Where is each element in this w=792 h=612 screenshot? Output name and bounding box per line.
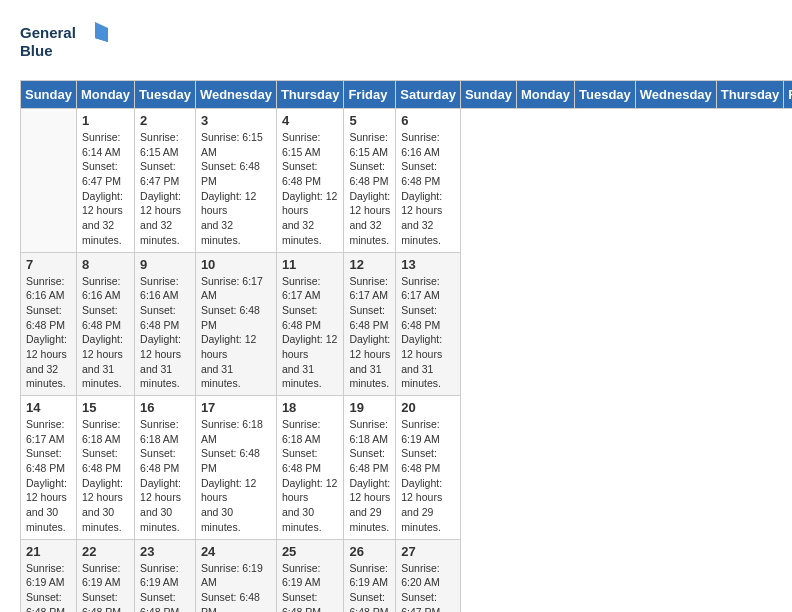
day-number: 12 [349,257,390,272]
day-info: Sunrise: 6:19 AMSunset: 6:48 PMDaylight:… [26,561,71,613]
day-number: 3 [201,113,271,128]
day-number: 21 [26,544,71,559]
calendar-day-11: 11Sunrise: 6:17 AMSunset: 6:48 PMDayligh… [276,252,344,396]
day-number: 20 [401,400,455,415]
calendar-day-24: 24Sunrise: 6:19 AMSunset: 6:48 PMDayligh… [195,539,276,612]
weekday-header: Thursday [716,81,784,109]
day-info: Sunrise: 6:19 AMSunset: 6:48 PMDaylight:… [401,417,455,535]
day-info: Sunrise: 6:18 AMSunset: 6:48 PMDaylight:… [282,417,339,535]
svg-marker-3 [95,22,108,42]
day-number: 6 [401,113,455,128]
day-number: 15 [82,400,129,415]
weekday-header-saturday: Saturday [396,81,461,109]
calendar-day-15: 15Sunrise: 6:18 AMSunset: 6:48 PMDayligh… [76,396,134,540]
day-info: Sunrise: 6:19 AMSunset: 6:48 PMDaylight:… [349,561,390,613]
day-number: 16 [140,400,190,415]
weekday-header-tuesday: Tuesday [135,81,196,109]
day-info: Sunrise: 6:16 AMSunset: 6:48 PMDaylight:… [140,274,190,392]
calendar-day-1: 1Sunrise: 6:14 AMSunset: 6:47 PMDaylight… [76,109,134,253]
day-number: 24 [201,544,271,559]
weekday-header-monday: Monday [76,81,134,109]
day-info: Sunrise: 6:17 AMSunset: 6:48 PMDaylight:… [26,417,71,535]
day-info: Sunrise: 6:18 AMSunset: 6:48 PMDaylight:… [349,417,390,535]
svg-text:Blue: Blue [20,42,53,59]
day-number: 7 [26,257,71,272]
day-number: 27 [401,544,455,559]
day-info: Sunrise: 6:20 AMSunset: 6:47 PMDaylight:… [401,561,455,613]
calendar-day-26: 26Sunrise: 6:19 AMSunset: 6:48 PMDayligh… [344,539,396,612]
calendar-day-25: 25Sunrise: 6:19 AMSunset: 6:48 PMDayligh… [276,539,344,612]
calendar-day-20: 20Sunrise: 6:19 AMSunset: 6:48 PMDayligh… [396,396,461,540]
day-number: 9 [140,257,190,272]
calendar-table: SundayMondayTuesdayWednesdayThursdayFrid… [20,80,792,612]
calendar-day-2: 2Sunrise: 6:15 AMSunset: 6:47 PMDaylight… [135,109,196,253]
calendar-day-10: 10Sunrise: 6:17 AMSunset: 6:48 PMDayligh… [195,252,276,396]
calendar-day-13: 13Sunrise: 6:17 AMSunset: 6:48 PMDayligh… [396,252,461,396]
calendar-day-16: 16Sunrise: 6:18 AMSunset: 6:48 PMDayligh… [135,396,196,540]
day-number: 18 [282,400,339,415]
calendar-day-14: 14Sunrise: 6:17 AMSunset: 6:48 PMDayligh… [21,396,77,540]
day-number: 8 [82,257,129,272]
day-info: Sunrise: 6:18 AMSunset: 6:48 PMDaylight:… [82,417,129,535]
calendar-day-4: 4Sunrise: 6:15 AMSunset: 6:48 PMDaylight… [276,109,344,253]
day-info: Sunrise: 6:17 AMSunset: 6:48 PMDaylight:… [201,274,271,392]
calendar-day-23: 23Sunrise: 6:19 AMSunset: 6:48 PMDayligh… [135,539,196,612]
day-info: Sunrise: 6:18 AMSunset: 6:48 PMDaylight:… [140,417,190,535]
calendar-day-3: 3Sunrise: 6:15 AMSunset: 6:48 PMDaylight… [195,109,276,253]
day-info: Sunrise: 6:19 AMSunset: 6:48 PMDaylight:… [282,561,339,613]
day-number: 25 [282,544,339,559]
day-info: Sunrise: 6:16 AMSunset: 6:48 PMDaylight:… [26,274,71,392]
day-info: Sunrise: 6:16 AMSunset: 6:48 PMDaylight:… [82,274,129,392]
svg-text:General: General [20,24,76,41]
weekday-header: Friday [784,81,792,109]
day-info: Sunrise: 6:19 AMSunset: 6:48 PMDaylight:… [201,561,271,613]
day-info: Sunrise: 6:15 AMSunset: 6:48 PMDaylight:… [349,130,390,248]
day-info: Sunrise: 6:15 AMSunset: 6:48 PMDaylight:… [282,130,339,248]
day-number: 1 [82,113,129,128]
calendar-day-5: 5Sunrise: 6:15 AMSunset: 6:48 PMDaylight… [344,109,396,253]
calendar-day-27: 27Sunrise: 6:20 AMSunset: 6:47 PMDayligh… [396,539,461,612]
day-number: 13 [401,257,455,272]
logo-svg: General Blue [20,20,110,64]
calendar-day-19: 19Sunrise: 6:18 AMSunset: 6:48 PMDayligh… [344,396,396,540]
calendar-day-7: 7Sunrise: 6:16 AMSunset: 6:48 PMDaylight… [21,252,77,396]
day-info: Sunrise: 6:17 AMSunset: 6:48 PMDaylight:… [282,274,339,392]
calendar-day-6: 6Sunrise: 6:16 AMSunset: 6:48 PMDaylight… [396,109,461,253]
calendar-week-3: 14Sunrise: 6:17 AMSunset: 6:48 PMDayligh… [21,396,793,540]
day-number: 11 [282,257,339,272]
day-number: 5 [349,113,390,128]
calendar-day-8: 8Sunrise: 6:16 AMSunset: 6:48 PMDaylight… [76,252,134,396]
calendar-day-17: 17Sunrise: 6:18 AMSunset: 6:48 PMDayligh… [195,396,276,540]
day-number: 4 [282,113,339,128]
calendar-day-21: 21Sunrise: 6:19 AMSunset: 6:48 PMDayligh… [21,539,77,612]
day-number: 14 [26,400,71,415]
day-info: Sunrise: 6:15 AMSunset: 6:47 PMDaylight:… [140,130,190,248]
day-info: Sunrise: 6:15 AMSunset: 6:48 PMDaylight:… [201,130,271,248]
logo: General Blue [20,20,110,64]
weekday-header-sunday: Sunday [21,81,77,109]
weekday-header: Sunday [460,81,516,109]
day-number: 26 [349,544,390,559]
weekday-header: Tuesday [575,81,636,109]
weekday-header-friday: Friday [344,81,396,109]
page-header: General Blue [20,20,772,64]
calendar-day-18: 18Sunrise: 6:18 AMSunset: 6:48 PMDayligh… [276,396,344,540]
calendar-week-4: 21Sunrise: 6:19 AMSunset: 6:48 PMDayligh… [21,539,793,612]
weekday-header: Monday [516,81,574,109]
day-info: Sunrise: 6:14 AMSunset: 6:47 PMDaylight:… [82,130,129,248]
day-info: Sunrise: 6:18 AMSunset: 6:48 PMDaylight:… [201,417,271,535]
day-number: 23 [140,544,190,559]
day-number: 17 [201,400,271,415]
calendar-day-12: 12Sunrise: 6:17 AMSunset: 6:48 PMDayligh… [344,252,396,396]
day-info: Sunrise: 6:17 AMSunset: 6:48 PMDaylight:… [349,274,390,392]
weekday-header-wednesday: Wednesday [195,81,276,109]
empty-cell [21,109,77,253]
calendar-day-22: 22Sunrise: 6:19 AMSunset: 6:48 PMDayligh… [76,539,134,612]
day-info: Sunrise: 6:19 AMSunset: 6:48 PMDaylight:… [140,561,190,613]
day-info: Sunrise: 6:19 AMSunset: 6:48 PMDaylight:… [82,561,129,613]
day-number: 2 [140,113,190,128]
day-number: 10 [201,257,271,272]
header-row: SundayMondayTuesdayWednesdayThursdayFrid… [21,81,793,109]
day-info: Sunrise: 6:17 AMSunset: 6:48 PMDaylight:… [401,274,455,392]
calendar-day-9: 9Sunrise: 6:16 AMSunset: 6:48 PMDaylight… [135,252,196,396]
